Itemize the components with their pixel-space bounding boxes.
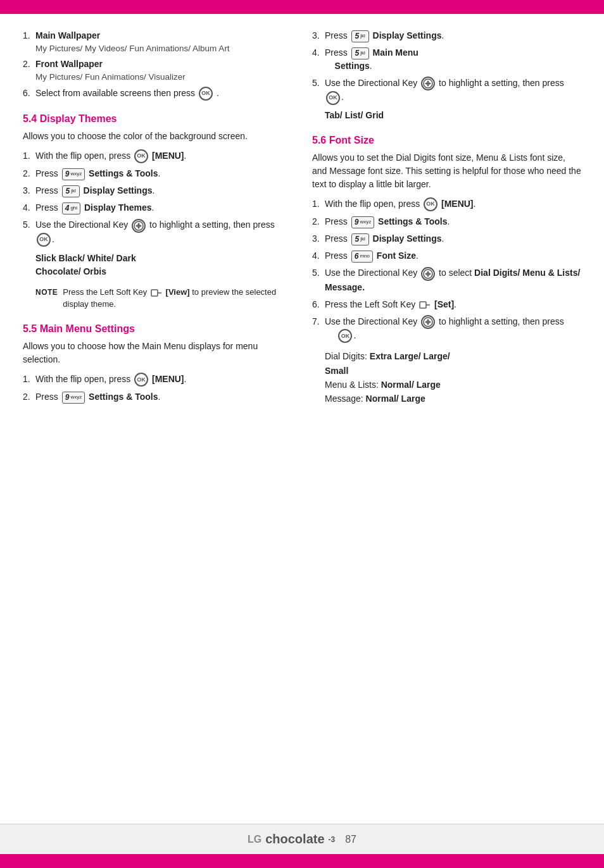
left-softkey-icon	[151, 288, 162, 297]
list-item: 1. Main Wallpaper My Pictures/ My Videos…	[23, 29, 292, 55]
svg-marker-11	[425, 82, 427, 85]
ok-icon: OK	[326, 91, 340, 105]
bottom-bar	[0, 854, 604, 868]
svg-marker-25	[425, 321, 427, 323]
directional-icon	[421, 315, 435, 329]
svg-point-5	[137, 225, 140, 227]
step-text: Press	[325, 251, 350, 261]
key-9-btn: 9wxyz	[351, 216, 374, 229]
key-9-btn: 9wxyz	[62, 392, 85, 404]
step-text: Use the Directional Key	[325, 316, 420, 326]
step-num: 4.	[312, 46, 320, 59]
key-6-btn: 6mno	[351, 251, 373, 263]
step-bold: Settings & Tools	[89, 168, 158, 178]
step-1: 1. With the flip open, press OK [MENU].	[23, 149, 292, 163]
step-text-after: to select	[439, 268, 474, 278]
svg-marker-23	[427, 319, 429, 321]
font-size-options: Dial Digits: Extra Large/ Large/Small Me…	[325, 349, 581, 406]
key-5-btn: 5jkl	[62, 185, 80, 198]
brand-super: -3	[329, 835, 336, 844]
ok-icon: OK	[37, 233, 51, 247]
step-text: Press	[325, 216, 350, 226]
key-5-btn: 5jkl	[351, 30, 369, 43]
svg-marker-2	[137, 227, 140, 229]
main-menu-options: Tab/ List/ Grid	[325, 109, 581, 122]
note-box: NOTE Press the Left Soft Key [View] to p…	[35, 286, 292, 311]
directional-icon	[132, 219, 146, 233]
step-num: 4.	[23, 201, 30, 214]
step-text-after: to highlight a setting, then press	[439, 78, 564, 88]
footer-bar: LG chocolate-3 87	[0, 824, 604, 854]
step-1: 1. With the flip open, press OK [MENU].	[23, 373, 292, 387]
step-7: 7. Use the Directional Key to highlight …	[312, 315, 581, 344]
top-items-list: 1. Main Wallpaper My Pictures/ My Videos…	[23, 29, 292, 101]
key-5-btn: 5jkl	[351, 233, 369, 246]
step-num: 1.	[312, 197, 320, 211]
ok-icon: OK	[199, 87, 213, 101]
step-text-after: to highlight a setting, then press	[149, 220, 275, 230]
left-column: 1. Main Wallpaper My Pictures/ My Videos…	[23, 29, 292, 407]
section-55-cont-steps: 3. Press 5jkl Display Settings. 4. Press…	[312, 29, 581, 105]
item-title: Front Wallpaper	[35, 59, 103, 69]
step-num: 1.	[23, 149, 30, 163]
svg-marker-12	[429, 82, 431, 85]
svg-rect-20	[420, 302, 426, 308]
step-text: Use the Directional Key	[35, 220, 130, 230]
step-text: Use the Directional Key	[325, 78, 420, 88]
item-num: 2.	[23, 58, 30, 71]
ok-icon: OK	[338, 329, 352, 343]
step-2: 2. Press 9wxyz Settings & Tools.	[312, 215, 581, 228]
page-number: 87	[345, 834, 356, 845]
step-num: 7.	[312, 315, 320, 328]
section-55-title: 5.5 Main Menu Settings	[23, 323, 292, 335]
page-content: 1. Main Wallpaper My Pictures/ My Videos…	[0, 14, 604, 423]
step-num: 4.	[312, 249, 320, 263]
step-5: 5. Use the Directional Key to highlight …	[23, 218, 292, 247]
step-bold: [MENU].	[152, 151, 186, 161]
step-bold: Display Settings	[84, 185, 153, 195]
lg-logo: LG	[248, 834, 261, 845]
section-54-title: 5.4 Display Themes	[23, 113, 292, 125]
right-column: 3. Press 5jkl Display Settings. 4. Press…	[312, 29, 581, 407]
step-num: 6.	[312, 298, 320, 311]
item-num: 6.	[23, 87, 30, 100]
footer-brand: LG chocolate-3	[248, 832, 335, 846]
item-sub: My Pictures/ Fun Animations/ Visualizer	[35, 71, 292, 84]
ok-icon: OK	[424, 197, 437, 211]
list-item: 2. Front Wallpaper My Pictures/ Fun Anim…	[23, 58, 292, 84]
step-text: Press	[35, 185, 61, 195]
menu-lists-option: Menu & Lists: Normal/ Large	[325, 378, 581, 392]
svg-marker-3	[135, 225, 137, 227]
step-text: With the flip open, press	[35, 151, 133, 161]
step-3: 3. Press 5jkl Display Settings.	[23, 184, 292, 197]
svg-marker-16	[427, 275, 429, 277]
step-num: 5.	[312, 77, 320, 90]
left-softkey-icon	[419, 301, 431, 309]
step-text: Press	[35, 168, 61, 178]
key-5-btn: 5jkl	[351, 47, 369, 60]
step-text: With the flip open, press	[35, 374, 133, 384]
step-text: Press	[325, 30, 350, 40]
note-text: Press the Left Soft Key [View] to previe…	[63, 286, 292, 311]
step-num: 3.	[312, 232, 320, 245]
key-4-btn: 4ghi	[62, 202, 80, 215]
svg-marker-26	[429, 321, 431, 323]
step-text: Press	[35, 202, 61, 213]
step-num: 3.	[23, 184, 30, 197]
step-text: Press	[35, 392, 61, 402]
display-themes-options: Slick Black/ White/ DarkChocolate/ Orbis	[35, 252, 292, 278]
item-text: Select from available screens then press	[35, 88, 198, 98]
ok-icon: OK	[134, 149, 148, 163]
step-5: 5. Use the Directional Key to highlight …	[312, 77, 581, 105]
step-num: 2.	[312, 215, 320, 228]
step-text: Press	[325, 233, 350, 244]
note-label: NOTE	[35, 286, 58, 298]
svg-rect-6	[151, 290, 158, 296]
item-num: 1.	[23, 29, 30, 42]
svg-marker-24	[427, 323, 429, 325]
directional-icon	[421, 267, 435, 281]
top-bar	[0, 0, 604, 14]
svg-point-13	[427, 82, 429, 85]
section-55-desc: Allows you to choose how the Main Menu d…	[23, 340, 292, 366]
step-num: 3.	[312, 29, 320, 42]
